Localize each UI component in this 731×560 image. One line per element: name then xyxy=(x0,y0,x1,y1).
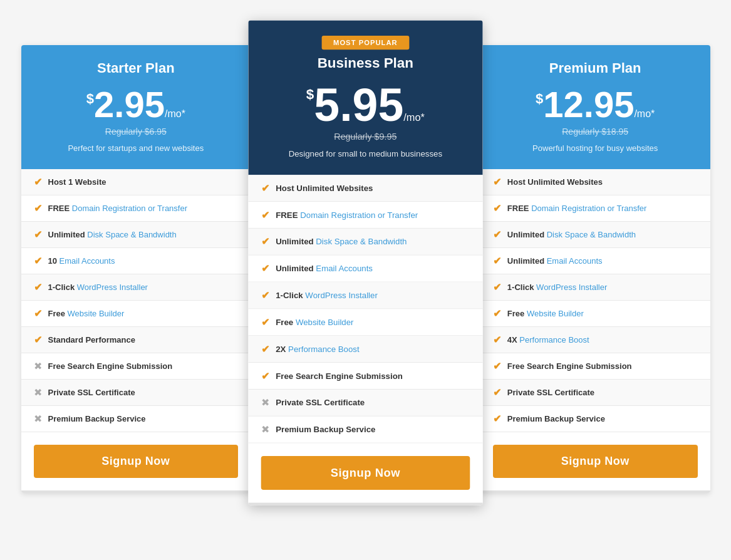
plan-card-business: MOST POPULARBusiness Plan$5.95/mo*Regula… xyxy=(249,20,483,505)
check-icon: ✔ xyxy=(493,229,501,241)
feature-bold: Host 1 Website xyxy=(48,177,106,187)
feature-text: 4X Performance Boost xyxy=(507,335,589,345)
signup-button-starter[interactable]: Signup Now xyxy=(34,445,239,478)
feature-bold: Free Search Engine Submission xyxy=(276,371,403,381)
plan-header-premium: Premium Plan$12.95/mo*Regularly $18.95Po… xyxy=(480,45,710,169)
feature-light: Email Accounts xyxy=(544,256,603,266)
price-amount: 12.95 xyxy=(543,84,634,125)
plan-regular-price-starter: Regularly $6.95 xyxy=(34,127,239,137)
cross-icon: ✖ xyxy=(261,397,269,408)
feature-bold: Unlimited xyxy=(276,237,313,246)
list-item: ✔Host 1 Website xyxy=(21,169,251,195)
feature-text: Host Unlimited Websites xyxy=(507,177,603,187)
feature-bold: Premium Backup Service xyxy=(507,414,605,423)
check-icon: ✔ xyxy=(493,255,501,267)
feature-text: Free Search Engine Submission xyxy=(276,371,403,381)
feature-text: Host Unlimited Websites xyxy=(276,184,373,193)
feature-bold: Free xyxy=(276,318,293,327)
feature-light: Performance Boost xyxy=(517,335,589,345)
feature-text: 10 Email Accounts xyxy=(48,256,115,266)
list-item: ✔Free Search Engine Submission xyxy=(249,363,483,390)
plan-card-starter: Starter Plan$2.95/mo*Regularly $6.95Perf… xyxy=(21,45,251,493)
price-amount: 5.95 xyxy=(314,79,404,130)
list-item: ✔Premium Backup Service xyxy=(480,406,710,432)
price-period: /mo* xyxy=(634,108,655,119)
plan-name-premium: Premium Plan xyxy=(493,60,698,76)
feature-light: Disk Space & Bandwidth xyxy=(85,230,177,239)
feature-light: Website Builder xyxy=(65,309,124,318)
list-item: ✖Premium Backup Service xyxy=(21,406,251,432)
feature-bold: 2X xyxy=(276,345,286,354)
feature-bold: FREE xyxy=(48,204,70,213)
price-amount: 2.95 xyxy=(94,84,165,125)
feature-text: FREE Domain Registration or Transfer xyxy=(48,204,188,213)
check-icon: ✔ xyxy=(261,370,269,382)
check-icon: ✔ xyxy=(34,308,42,319)
feature-text: Free Website Builder xyxy=(507,309,584,318)
feature-text: Unlimited Disk Space & Bandwidth xyxy=(48,230,177,239)
feature-bold: Host Unlimited Websites xyxy=(507,177,603,187)
feature-text: Free Website Builder xyxy=(276,318,353,327)
list-item: ✔1-Click WordPress Installer xyxy=(21,274,251,301)
check-icon: ✔ xyxy=(261,182,269,194)
price-period: /mo* xyxy=(403,111,425,122)
cross-icon: ✖ xyxy=(261,423,269,435)
currency-symbol: $ xyxy=(306,86,314,102)
feature-light: Website Builder xyxy=(524,309,583,318)
feature-bold: 10 xyxy=(48,256,57,266)
list-item: ✔FREE Domain Registration or Transfer xyxy=(480,195,710,222)
list-item: ✔1-Click WordPress Installer xyxy=(249,283,483,309)
popular-badge: MOST POPULAR xyxy=(322,36,409,49)
feature-light: Domain Registration or Transfer xyxy=(298,210,418,220)
feature-text: Unlimited Disk Space & Bandwidth xyxy=(507,230,636,239)
list-item: ✔4X Performance Boost xyxy=(480,327,710,353)
check-icon: ✔ xyxy=(34,334,42,346)
feature-bold: Free xyxy=(48,309,65,318)
check-icon: ✔ xyxy=(34,202,42,214)
feature-bold: Unlimited xyxy=(507,230,544,239)
feature-text: Private SSL Certificate xyxy=(507,388,594,397)
list-item: ✖Private SSL Certificate xyxy=(21,380,251,406)
signup-button-business[interactable]: Signup Now xyxy=(261,456,470,490)
feature-text: FREE Domain Registration or Transfer xyxy=(276,210,418,220)
list-item: ✖Premium Backup Service xyxy=(249,417,483,443)
check-icon: ✔ xyxy=(261,316,269,328)
signup-button-premium[interactable]: Signup Now xyxy=(493,445,698,478)
feature-text: Private SSL Certificate xyxy=(276,398,365,407)
footer-line xyxy=(21,490,251,493)
list-item: ✔Unlimited Disk Space & Bandwidth xyxy=(21,222,251,248)
list-item: ✖Private SSL Certificate xyxy=(249,390,483,417)
feature-bold: Unlimited xyxy=(507,256,544,266)
feature-light: WordPress Installer xyxy=(303,291,378,300)
feature-bold: FREE xyxy=(507,204,529,213)
check-icon: ✔ xyxy=(493,334,501,346)
plan-price-business: $5.95/mo* xyxy=(261,81,470,127)
list-item: ✔Host Unlimited Websites xyxy=(249,175,483,202)
list-item: ✖Free Search Engine Submission xyxy=(21,353,251,380)
feature-light: Performance Boost xyxy=(286,345,360,354)
check-icon: ✔ xyxy=(261,209,269,220)
list-item: ✔Host Unlimited Websites xyxy=(480,169,710,195)
feature-light: WordPress Installer xyxy=(534,283,607,292)
plan-card-premium: Premium Plan$12.95/mo*Regularly $18.95Po… xyxy=(480,45,710,493)
currency-symbol: $ xyxy=(86,91,94,106)
check-icon: ✔ xyxy=(34,255,42,267)
feature-text: FREE Domain Registration or Transfer xyxy=(507,204,647,213)
plan-description-starter: Perfect for startups and new websites xyxy=(34,143,239,154)
feature-bold: 1-Click xyxy=(507,283,534,292)
list-item: ✔Unlimited Disk Space & Bandwidth xyxy=(480,222,710,248)
plan-name-starter: Starter Plan xyxy=(34,60,239,76)
feature-light: WordPress Installer xyxy=(75,283,148,292)
feature-light: Email Accounts xyxy=(57,256,115,266)
feature-light: Disk Space & Bandwidth xyxy=(314,237,407,246)
feature-text: 1-Click WordPress Installer xyxy=(507,283,607,292)
plan-description-premium: Powerful hosting for busy websites xyxy=(493,143,698,154)
feature-light: Domain Registration or Transfer xyxy=(529,204,647,213)
cross-icon: ✖ xyxy=(34,413,42,425)
feature-text: Free Search Engine Submission xyxy=(48,361,173,371)
check-icon: ✔ xyxy=(493,176,501,188)
feature-text: Host 1 Website xyxy=(48,177,106,187)
check-icon: ✔ xyxy=(493,360,501,372)
feature-light: Website Builder xyxy=(293,318,353,327)
list-item: ✔Free Website Builder xyxy=(21,301,251,327)
